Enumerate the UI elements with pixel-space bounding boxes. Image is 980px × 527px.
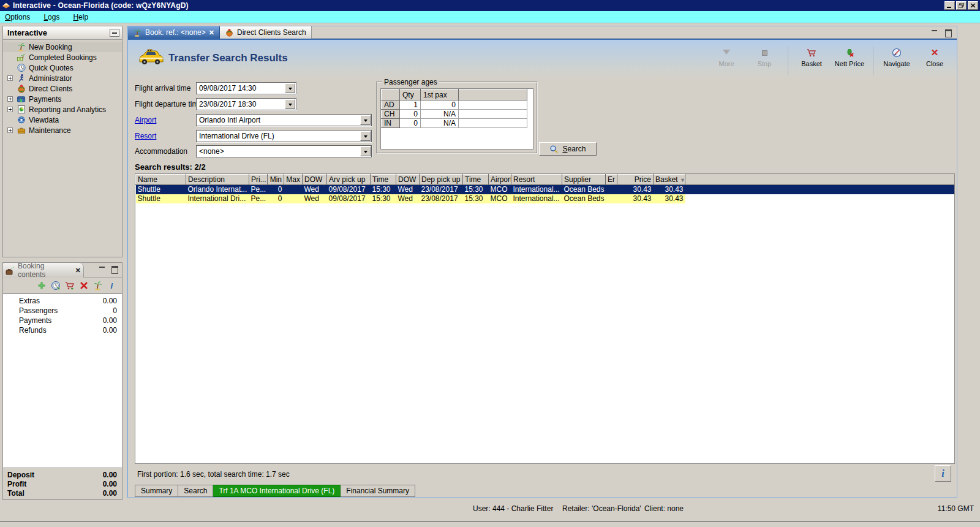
menu-options[interactable]: Options <box>5 13 30 21</box>
col-arv-pickup[interactable]: Arv pick up <box>327 175 371 185</box>
stop-button: Stop <box>748 45 780 67</box>
pax-firstpax-cell[interactable]: N/A <box>421 110 459 119</box>
sidebar-item-completed-bookings[interactable]: Completed Bookings <box>3 52 122 63</box>
dropdown-button[interactable] <box>285 83 295 93</box>
flight-departure-input[interactable]: 23/08/2017 18:30 <box>196 98 296 110</box>
sidebar-item-direct-clients[interactable]: Direct Clients <box>3 83 122 94</box>
resort-link[interactable]: Resort <box>135 132 156 140</box>
sidebar-item-administrator[interactable]: Administrator <box>3 73 122 83</box>
dropdown-button[interactable] <box>360 146 371 156</box>
expand-icon[interactable] <box>7 107 13 112</box>
close-window-button[interactable] <box>968 1 978 10</box>
panel-minimize-icon[interactable] <box>99 265 106 272</box>
col-price-type[interactable]: Pri... <box>249 175 268 185</box>
restore-button[interactable] <box>956 1 967 10</box>
list-item-refunds[interactable]: Refunds 0.00 <box>3 325 122 335</box>
flight-departure-value: 23/08/2017 18:30 <box>199 100 284 108</box>
editor-tabrow: Book. ref.: <none> Direct Clients Search <box>128 26 957 39</box>
tab-transfer-active[interactable]: Trf 1A MCO International Drive (FL) <box>213 485 341 497</box>
tab-booking-ref[interactable]: Book. ref.: <none> <box>128 26 220 39</box>
add-item-icon[interactable] <box>37 281 47 290</box>
results-table-box: Name Description Pri... Min Max DOW Arv … <box>135 173 955 464</box>
pax-firstpax-cell[interactable]: N/A <box>421 119 459 128</box>
list-item-passengers[interactable]: Passengers 0 <box>3 306 122 316</box>
total-value: 0.00 <box>103 471 117 479</box>
sidebar-item-quick-quotes[interactable]: Quick Quotes <box>3 63 122 73</box>
col-er[interactable]: Er <box>606 175 617 185</box>
col-dow-arv[interactable]: DOW <box>303 175 327 185</box>
basket-add-icon[interactable] <box>65 281 75 290</box>
flight-arrival-input[interactable]: 09/08/2017 14:30 <box>196 82 296 94</box>
sidebar-item-new-booking[interactable]: New Booking <box>3 42 122 52</box>
col-dep-pickup[interactable]: Dep pick up <box>420 175 463 185</box>
result-row-selected[interactable]: ShuttleOrlando Internat...Pe... 0 Wed09/… <box>136 185 954 194</box>
minimize-button[interactable] <box>944 1 955 10</box>
dropdown-button[interactable] <box>285 99 295 109</box>
tab-financial-summary[interactable]: Financial Summary <box>341 485 415 497</box>
nett-price-button[interactable]: Nett Price <box>834 45 865 67</box>
pax-qty-cell[interactable]: 1 <box>400 100 421 110</box>
col-price[interactable]: Price <box>617 175 654 185</box>
col-description[interactable]: Description <box>186 175 249 185</box>
sidebar-item-maintenance[interactable]: Maintenance <box>3 125 122 135</box>
tab-booking-contents[interactable]: Booking contents <box>3 263 84 278</box>
col-resort[interactable]: Resort <box>511 175 562 185</box>
basket-button[interactable]: Basket <box>796 45 827 67</box>
item-label: Extras <box>19 297 103 305</box>
window-title: Interactive - Ocean-Florida (code: wQzY6… <box>13 1 189 10</box>
pax-firstpax-cell[interactable]: 0 <box>421 100 459 110</box>
sidebar-item-label: Completed Bookings <box>29 53 97 62</box>
item-label: Payments <box>19 316 103 325</box>
pax-row-infant: IN 0 N/A <box>382 119 527 128</box>
close-button[interactable]: Close <box>919 45 951 67</box>
sidebar-item-reporting[interactable]: Reporting and Analytics <box>3 104 122 115</box>
total-deposit: Deposit 0.00 <box>3 470 122 479</box>
col-airport[interactable]: Airport <box>489 175 511 185</box>
tab-summary[interactable]: Summary <box>135 485 178 497</box>
navigate-button[interactable]: Navigate <box>881 45 913 67</box>
info-icon[interactable]: i <box>107 281 117 290</box>
airport-link[interactable]: Airport <box>135 116 156 124</box>
col-min[interactable]: Min <box>268 175 284 185</box>
tab-direct-clients-search[interactable]: Direct Clients Search <box>220 26 312 39</box>
pax-qty-cell[interactable]: 0 <box>400 119 421 128</box>
tab-search[interactable]: Search <box>178 485 213 497</box>
expand-icon[interactable] <box>7 75 13 81</box>
nav-tree: New Booking Completed Bookings Quick Quo… <box>3 40 122 135</box>
accommodation-select[interactable]: <none> <box>196 145 372 157</box>
col-supplier[interactable]: Supplier <box>562 175 606 185</box>
close-booking-panel-icon[interactable] <box>75 267 81 275</box>
quote-clock-icon[interactable] <box>51 281 61 290</box>
result-row[interactable]: ShuttleInternational Dri...Pe... 0 Wed09… <box>136 194 954 203</box>
menu-logs[interactable]: Logs <box>43 13 59 21</box>
close-tab-icon[interactable] <box>209 29 214 37</box>
airport-select[interactable]: Orlando Intl Airport <box>196 114 372 126</box>
resort-select[interactable]: International Drive (FL) <box>196 130 372 142</box>
editor-maximize-icon[interactable] <box>944 29 952 36</box>
col-name[interactable]: Name <box>136 175 186 185</box>
info-button[interactable]: i <box>935 465 951 482</box>
col-dow-dep[interactable]: DOW <box>396 175 420 185</box>
dropdown-button[interactable] <box>360 115 371 125</box>
panel-maximize-icon[interactable] <box>111 265 118 272</box>
dropdown-button[interactable] <box>360 131 371 141</box>
pax-qty-cell[interactable]: 0 <box>400 110 421 119</box>
remove-item-icon[interactable] <box>79 281 89 290</box>
col-basket[interactable]: Basket <box>654 175 685 185</box>
search-button[interactable]: Search <box>539 142 597 156</box>
list-item-payments[interactable]: Payments 0.00 <box>3 316 122 325</box>
col-max[interactable]: Max <box>284 175 303 185</box>
more-button: More <box>710 45 742 67</box>
sidebar-item-payments[interactable]: $ Payments <box>3 94 122 104</box>
col-time-arv[interactable]: Time <box>371 175 396 185</box>
sidebar-item-viewdata[interactable]: Viewdata <box>3 115 122 125</box>
list-item-extras[interactable]: Extras 0.00 <box>3 296 122 306</box>
collapse-panel-icon[interactable] <box>110 29 119 37</box>
expand-icon[interactable] <box>7 127 13 133</box>
toolbar-separator <box>873 46 873 75</box>
editor-minimize-icon[interactable] <box>931 29 938 36</box>
menu-help[interactable]: Help <box>73 13 88 21</box>
palm-tree-icon[interactable] <box>93 281 103 290</box>
expand-icon[interactable] <box>7 96 13 102</box>
col-time-dep[interactable]: Time <box>463 175 489 185</box>
